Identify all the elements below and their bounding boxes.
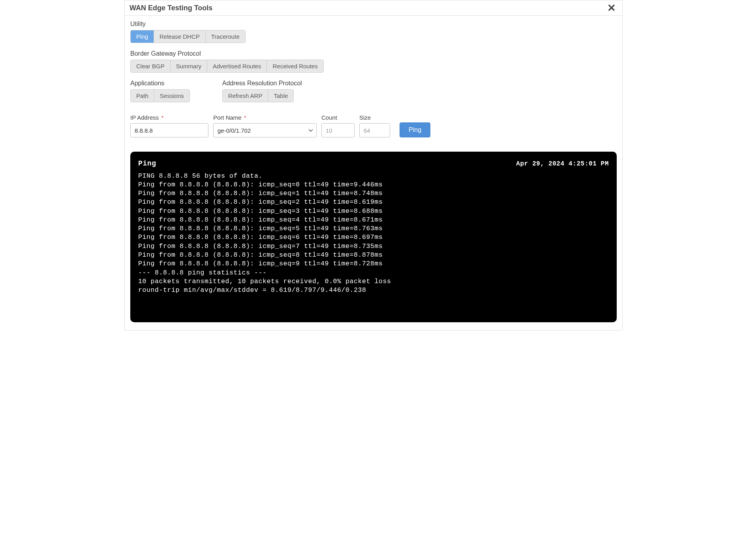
bgp-clear-button[interactable]: Clear BGP — [131, 60, 171, 72]
utility-release-dhcp-button[interactable]: Release DHCP — [154, 30, 206, 43]
bgp-label: Border Gateway Protocol — [130, 50, 617, 57]
apps-sessions-button[interactable]: Sessions — [154, 90, 190, 102]
bgp-summary-button[interactable]: Summary — [171, 60, 207, 72]
port-name-label: Port Name * — [213, 114, 317, 121]
bgp-advertised-button[interactable]: Advertised Routes — [207, 60, 267, 72]
terminal-timestamp: Apr 29, 2024 4:25:01 PM — [516, 160, 609, 169]
modal-header: WAN Edge Testing Tools ✕ — [125, 0, 622, 16]
terminal-output: Ping Apr 29, 2024 4:25:01 PM PING 8.8.8.… — [130, 152, 617, 322]
close-icon[interactable]: ✕ — [606, 3, 617, 13]
terminal-body: PING 8.8.8.8 56 bytes of data. Ping from… — [138, 172, 609, 295]
size-label: Size — [359, 114, 390, 121]
apps-path-button[interactable]: Path — [131, 90, 154, 102]
ping-submit-button[interactable]: Ping — [400, 122, 430, 137]
utility-traceroute-button[interactable]: Traceroute — [206, 30, 245, 43]
arp-refresh-button[interactable]: Refresh ARP — [223, 90, 268, 102]
arp-table-button[interactable]: Table — [268, 90, 293, 102]
size-input[interactable] — [359, 123, 390, 137]
ip-address-label: IP Address * — [130, 114, 208, 121]
utility-ping-button[interactable]: Ping — [131, 30, 154, 43]
applications-label: Applications — [130, 80, 201, 87]
arp-label: Address Resolution Protocol — [222, 80, 305, 87]
bgp-received-button[interactable]: Received Routes — [267, 60, 323, 72]
count-label: Count — [321, 114, 355, 121]
ip-address-input[interactable] — [130, 123, 208, 137]
count-input[interactable] — [321, 123, 355, 137]
ping-form: IP Address * Port Name * ge-0/0/1.702 Co… — [130, 114, 617, 137]
port-name-select[interactable]: ge-0/0/1.702 — [213, 123, 317, 137]
utility-label: Utility — [130, 21, 617, 28]
chevron-down-icon — [308, 128, 313, 133]
modal-body: Utility Ping Release DHCP Traceroute Bor… — [125, 16, 622, 330]
modal-title: WAN Edge Testing Tools — [130, 4, 212, 12]
port-name-value: ge-0/0/1.702 — [218, 127, 251, 134]
terminal-title: Ping — [138, 159, 156, 168]
testing-tools-modal: WAN Edge Testing Tools ✕ Utility Ping Re… — [124, 0, 623, 331]
